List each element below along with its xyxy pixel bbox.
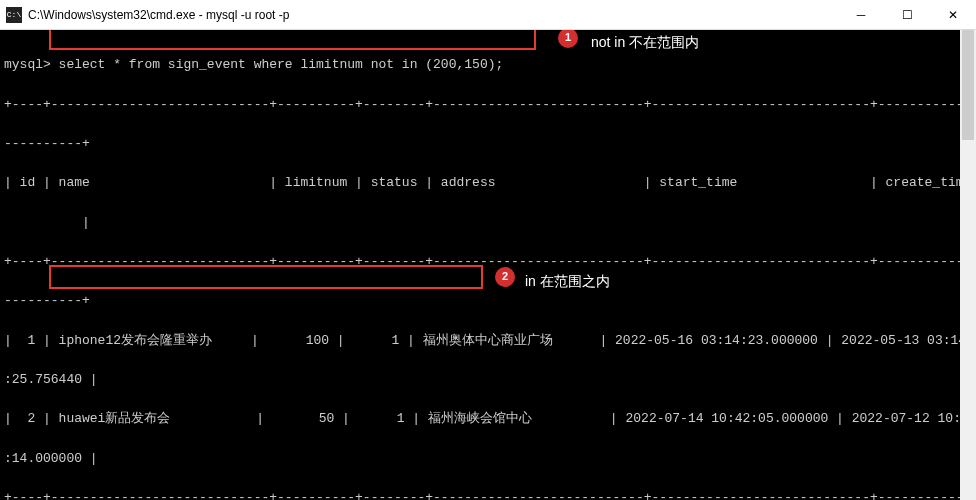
term-line: +----+----------------------------+-----… <box>4 254 972 270</box>
term-line: | id | name | limitnum | status | addres… <box>4 175 972 191</box>
term-line: +----+----------------------------+-----… <box>4 97 972 113</box>
annotation-text-2: in 在范围之内 <box>525 269 610 294</box>
term-line: ----------+ <box>4 293 972 309</box>
term-line: ----------+ <box>4 136 972 152</box>
annotation-badge-2: 2 <box>495 267 515 287</box>
term-line: | 1 | iphone12发布会隆重举办 | 100 | 1 | 福州奥体中心… <box>4 333 972 349</box>
minimize-button[interactable]: ─ <box>838 0 884 29</box>
window-titlebar: C:\ C:\Windows\system32\cmd.exe - mysql … <box>0 0 976 30</box>
window-title: C:\Windows\system32\cmd.exe - mysql -u r… <box>28 8 838 22</box>
term-line: | 2 | huawei新品发布会 | 50 | 1 | 福州海峡会馆中心 | … <box>4 411 972 427</box>
maximize-button[interactable]: ☐ <box>884 0 930 29</box>
cmd-icon: C:\ <box>6 7 22 23</box>
window-controls: ─ ☐ ✕ <box>838 0 976 29</box>
term-line: :25.756440 | <box>4 372 972 388</box>
term-line: | <box>4 215 972 231</box>
scroll-thumb[interactable] <box>962 30 974 140</box>
close-button[interactable]: ✕ <box>930 0 976 29</box>
terminal-output[interactable]: mysql> select * from sign_event where li… <box>0 30 976 500</box>
term-line: +----+----------------------------+-----… <box>4 490 972 500</box>
vertical-scrollbar[interactable] <box>960 30 976 500</box>
annotation-box-1 <box>49 30 536 50</box>
term-line: :14.000000 | <box>4 451 972 467</box>
annotation-text-1: not in 不在范围内 <box>591 30 699 55</box>
term-line: mysql> select * from sign_event where li… <box>4 57 972 73</box>
annotation-badge-1: 1 <box>558 30 578 48</box>
